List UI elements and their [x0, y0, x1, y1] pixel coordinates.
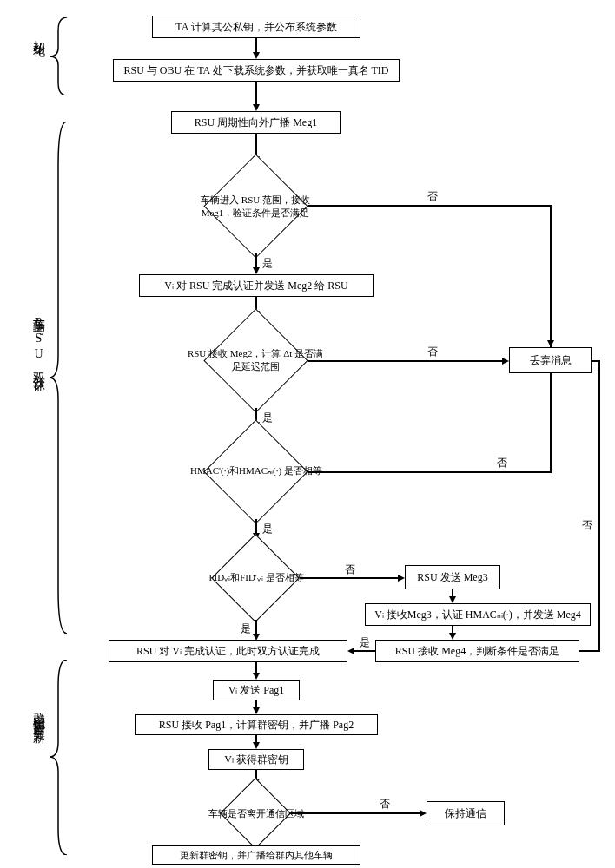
edge-no-6: 否: [378, 797, 392, 812]
decision-leave: [220, 778, 291, 849]
decision-deltat: [203, 308, 308, 412]
edge-yes-4: 是: [239, 621, 253, 636]
node-rsu-meg4: RSU 接收 Meg4，判断条件是否满足: [375, 640, 579, 662]
node-vi-groupkey: Vᵢ 获得群密钥: [208, 749, 304, 770]
phase-auth-label: 车辆与RSU双方认证: [30, 308, 46, 373]
phase-group-label: 群密钥协商与更新: [30, 703, 46, 724]
node-vi-pag1: Vᵢ 发送 Pag1: [213, 680, 300, 700]
node-ta-compute: TA 计算其公私钥，并公布系统参数: [152, 16, 360, 38]
edge-yes-1: 是: [261, 256, 274, 271]
edge-no-2: 否: [426, 345, 440, 359]
node-vi-meg3-meg4: Vᵢ 接收Meg3，认证 HMACₙᵢ(·)，并发送 Meg4: [365, 603, 591, 626]
node-vi-auth-send: Vᵢ 对 RSU 完成认证并发送 Meg2 给 RSU: [139, 274, 374, 297]
edge-no-4: 否: [343, 562, 357, 577]
edge-yes-5: 是: [358, 635, 372, 650]
phase-init-label: 初始化: [30, 30, 46, 38]
node-discard: 丢弃消息: [509, 347, 592, 373]
decision-vehicle-enter: [203, 154, 308, 258]
node-rsu-pag1: RSU 接收 Pag1，计算群密钥，并广播 Pag2: [135, 714, 378, 735]
decision-hmac: [203, 419, 308, 523]
edge-no-3: 否: [495, 456, 509, 470]
edge-yes-3: 是: [261, 522, 274, 536]
node-auth-complete: RSU 对 Vᵢ 完成认证，此时双方认证完成: [109, 640, 347, 662]
decision-fid: [211, 534, 300, 622]
node-update-key-real: 更新群密钥，并广播给群内其他车辆: [152, 845, 360, 865]
node-keep-comm: 保持通信: [427, 801, 505, 825]
node-rsu-broadcast: RSU 周期性向外广播 Meg1: [171, 111, 341, 134]
edge-no-1: 否: [426, 189, 440, 204]
node-download-params: RSU 与 OBU 在 TA 处下载系统参数，并获取唯一真名 TID: [113, 59, 400, 82]
edge-no-5: 否: [580, 518, 594, 533]
edge-yes-2: 是: [261, 411, 274, 425]
node-rsu-meg3: RSU 发送 Meg3: [405, 565, 500, 589]
